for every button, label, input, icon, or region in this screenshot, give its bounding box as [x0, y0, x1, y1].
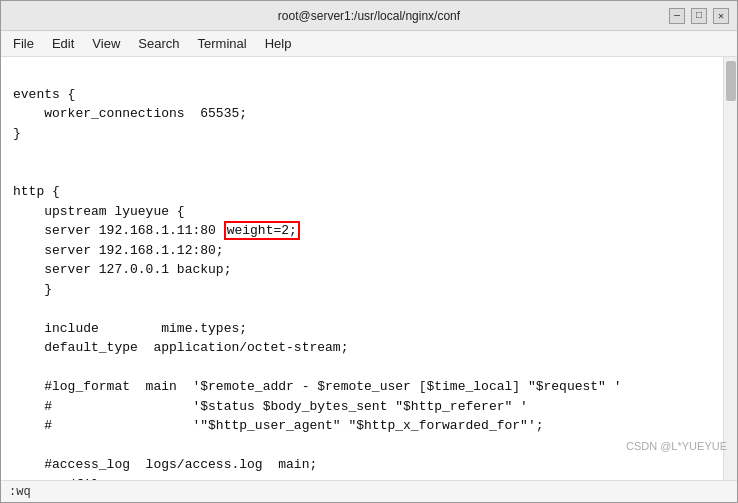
line-20	[13, 436, 711, 456]
terminal-window: root@server1:/usr/local/nginx/conf — □ ✕…	[0, 0, 738, 503]
line-11: server 127.0.0.1 backup;	[13, 260, 711, 280]
minimize-button[interactable]: —	[669, 8, 685, 24]
line-1	[13, 65, 711, 85]
menu-bar: File Edit View Search Terminal Help	[1, 31, 737, 57]
line-10: server 192.168.1.12:80;	[13, 241, 711, 261]
scrollbar-thumb[interactable]	[726, 61, 736, 101]
line-19: # '"$http_user_agent" "$http_x_forwarded…	[13, 416, 711, 436]
line-6	[13, 163, 711, 183]
menu-help[interactable]: Help	[257, 33, 300, 54]
editor-area[interactable]: events { worker_connections 65535;} http…	[1, 57, 723, 480]
menu-view[interactable]: View	[84, 33, 128, 54]
line-18: # '$status $body_bytes_sent "$http_refer…	[13, 397, 711, 417]
line-2: events {	[13, 85, 711, 105]
menu-file[interactable]: File	[5, 33, 42, 54]
line-9: server 192.168.1.11:80 weight=2;	[13, 221, 711, 241]
maximize-button[interactable]: □	[691, 8, 707, 24]
line-12: }	[13, 280, 711, 300]
window-controls: — □ ✕	[669, 8, 729, 24]
menu-edit[interactable]: Edit	[44, 33, 82, 54]
line-17: #log_format main '$remote_addr - $remote…	[13, 377, 711, 397]
line-5	[13, 143, 711, 163]
line-8: upstream lyueyue {	[13, 202, 711, 222]
close-button[interactable]: ✕	[713, 8, 729, 24]
window-title: root@server1:/usr/local/nginx/conf	[69, 9, 669, 23]
line-3: worker_connections 65535;	[13, 104, 711, 124]
menu-search[interactable]: Search	[130, 33, 187, 54]
line-16	[13, 358, 711, 378]
content-area: events { worker_connections 65535;} http…	[1, 57, 737, 480]
line-7: http {	[13, 182, 711, 202]
scrollbar[interactable]	[723, 57, 737, 480]
line-21: #access_log logs/access.log main;	[13, 455, 711, 475]
menu-terminal[interactable]: Terminal	[190, 33, 255, 54]
line-15: default_type application/octet-stream;	[13, 338, 711, 358]
line-13	[13, 299, 711, 319]
command-status: :wq	[9, 485, 31, 499]
title-bar: root@server1:/usr/local/nginx/conf — □ ✕	[1, 1, 737, 31]
line-22: sendfile on;	[13, 475, 711, 481]
line-4: }	[13, 124, 711, 144]
line-14: include mime.types;	[13, 319, 711, 339]
status-bar: :wq	[1, 480, 737, 502]
highlighted-text: weight=2;	[224, 221, 300, 240]
